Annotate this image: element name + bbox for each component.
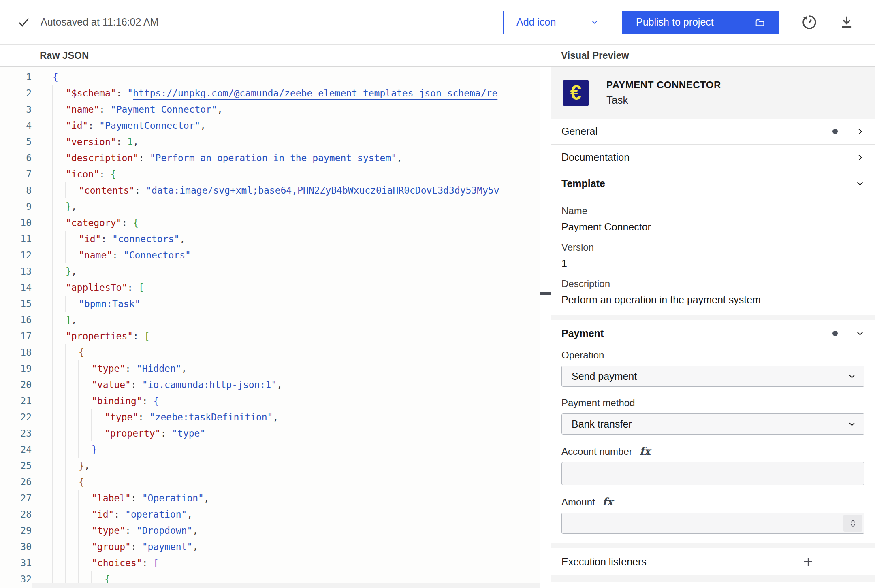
publish-to-project-button[interactable]: Publish to project — [622, 11, 779, 34]
code-line[interactable]: 31"choices": [ — [0, 555, 540, 571]
panel-splitter[interactable] — [540, 67, 551, 588]
code-line[interactable]: 11"id": "connectors", — [0, 231, 540, 247]
token-p: , — [217, 104, 223, 115]
code-line[interactable]: 1{ — [0, 69, 540, 85]
code-line-content: "contents": "data:image/svg+xml;base64,P… — [32, 182, 540, 198]
code-line[interactable]: 27"label": "Operation", — [0, 490, 540, 506]
code-line[interactable]: 30"group": "payment", — [0, 539, 540, 555]
splitter-handle[interactable] — [540, 292, 551, 295]
line-number: 18 — [0, 344, 32, 360]
amount-input[interactable] — [561, 513, 864, 534]
token-k: "name" — [66, 104, 99, 115]
code-line[interactable]: 5"version": 1, — [0, 134, 540, 150]
code-line[interactable]: 4"id": "PaymentConnector", — [0, 117, 540, 134]
code-line[interactable]: 3"name": "Payment Connector", — [0, 101, 540, 117]
code-line[interactable]: 16], — [0, 312, 540, 328]
code-line[interactable]: 7"icon": { — [0, 166, 540, 182]
json-code-editor[interactable]: 1{2"$schema": "https://unpkg.com/@camund… — [0, 67, 540, 588]
code-line[interactable]: 15"bpmn:Task" — [0, 296, 540, 312]
template-section-header[interactable]: Template — [561, 170, 864, 196]
execution-listeners-card: Execution listeners — [551, 548, 875, 575]
indent-guide — [91, 425, 92, 441]
payment-method-label: Payment method — [561, 397, 864, 409]
code-line[interactable]: 21"binding": { — [0, 393, 540, 409]
visual-preview-panel: € PAYMENT CONNECTOR Task General — [551, 67, 875, 588]
token-b1: [ — [153, 558, 159, 568]
code-line[interactable]: 6"description": "Perform an operation in… — [0, 150, 540, 166]
code-line[interactable]: 23"property": "type" — [0, 425, 540, 441]
horizontal-scrollbar[interactable] — [32, 583, 540, 588]
indent-guide — [65, 344, 66, 360]
raw-json-header: Raw JSON — [0, 45, 551, 66]
chevron-down-icon — [848, 420, 856, 428]
line-number: 26 — [0, 474, 32, 490]
token-b3: } — [79, 460, 84, 471]
token-s: "data:image/svg+xml;base64,PHN2ZyB4bWxuc… — [146, 185, 499, 196]
add-icon-button[interactable]: Add icon — [503, 11, 612, 34]
code-line[interactable]: 22"type": "zeebe:taskDefinition", — [0, 409, 540, 425]
code-line[interactable]: 13}, — [0, 263, 540, 279]
code-line[interactable]: 12"name": "Connectors" — [0, 247, 540, 263]
code-line[interactable]: 18{ — [0, 344, 540, 360]
line-number: 6 — [0, 150, 32, 166]
token-p: , — [71, 201, 77, 212]
code-line[interactable]: 14"appliesTo": [ — [0, 279, 540, 296]
section-template: Template Name Payment Connector Version … — [551, 170, 875, 315]
token-k: "icon" — [66, 169, 99, 179]
code-line-content: "icon": { — [32, 166, 540, 182]
account-number-input[interactable] — [561, 462, 864, 485]
token-p: , — [277, 379, 282, 390]
add-icon-label: Add icon — [516, 16, 556, 28]
token-p: , — [181, 363, 187, 374]
code-line[interactable]: 2"$schema": "https://unpkg.com/@camunda/… — [0, 85, 540, 101]
line-number: 16 — [0, 312, 32, 328]
indent-guide — [52, 328, 53, 344]
plus-icon[interactable] — [802, 556, 814, 568]
indent-guide — [52, 474, 53, 490]
payment-method-select[interactable]: Bank transfer — [561, 413, 864, 435]
code-line[interactable]: 28"id": "operation", — [0, 506, 540, 522]
code-line[interactable]: 8"contents": "data:image/svg+xml;base64,… — [0, 182, 540, 198]
element-template-editor: Autosaved at 11:16:02 AM Add icon Publis… — [0, 0, 875, 588]
version-history-button[interactable] — [800, 13, 819, 32]
token-p: , — [192, 541, 198, 552]
indent-guide — [78, 522, 79, 539]
operation-select[interactable]: Send payment — [561, 366, 864, 387]
token-k: "version" — [66, 136, 116, 147]
token-b2: [ — [139, 282, 144, 293]
token-k: "description" — [66, 153, 139, 163]
token-s: "operation" — [125, 509, 187, 520]
number-stepper[interactable] — [843, 515, 862, 532]
payment-section-header[interactable]: Payment — [561, 320, 864, 346]
line-number: 8 — [0, 182, 32, 198]
code-line[interactable]: 24} — [0, 441, 540, 458]
code-line[interactable]: 20"value": "io.camunda:http-json:1", — [0, 377, 540, 393]
token-k: "appliesTo" — [66, 282, 127, 293]
code-line[interactable]: 9}, — [0, 198, 540, 215]
token-s: "Connectors" — [124, 250, 191, 260]
section-documentation[interactable]: Documentation — [551, 145, 875, 170]
token-k: "label" — [92, 493, 131, 503]
indent-guide — [91, 409, 92, 425]
topbar: Autosaved at 11:16:02 AM Add icon Publis… — [0, 0, 875, 45]
code-line[interactable]: 26{ — [0, 474, 540, 490]
payment-section-title: Payment — [561, 328, 604, 339]
code-line[interactable]: 10"category": { — [0, 215, 540, 231]
indent-guide — [52, 117, 53, 134]
code-line[interactable]: 17"properties": [ — [0, 328, 540, 344]
code-line[interactable]: 29"type": "Dropdown", — [0, 522, 540, 539]
indent-guide — [78, 409, 79, 425]
token-b2: } — [66, 266, 71, 277]
download-icon-button[interactable] — [837, 13, 856, 32]
code-line[interactable]: 25}, — [0, 458, 540, 474]
indent-guide — [52, 555, 53, 571]
line-number: 14 — [0, 279, 32, 296]
token-k: "type" — [105, 412, 138, 422]
section-general[interactable]: General — [551, 119, 875, 145]
code-line[interactable]: 19"type": "Hidden", — [0, 360, 540, 377]
code-line-content: "description": "Perform an operation in … — [32, 150, 540, 166]
indent-guide — [78, 539, 79, 555]
code-line-content: "property": "type" — [32, 425, 540, 441]
account-number-label: Account number fx — [561, 445, 864, 457]
field-label: Name — [561, 205, 864, 217]
